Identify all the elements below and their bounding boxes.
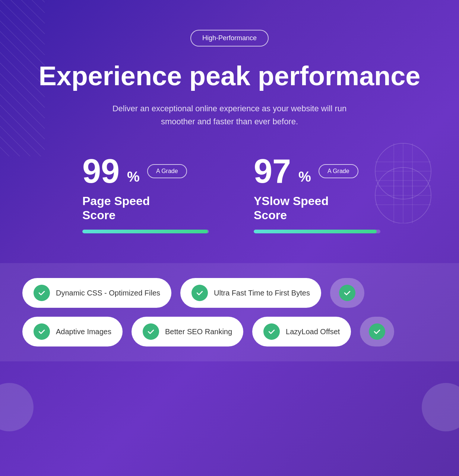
ultra-fast-check-icon	[191, 285, 208, 301]
adaptive-images-check-icon	[34, 323, 50, 340]
page-speed-percent: %	[127, 169, 140, 185]
page-speed-block: 99 % A Grade Page SpeedScore	[82, 154, 209, 234]
yslow-speed-percent: %	[298, 169, 311, 185]
ultra-fast-label: Ultra Fast Time to First Bytes	[214, 289, 310, 297]
yslow-speed-progress-fill	[254, 230, 377, 233]
lazyload-label: LazyLoad Offset	[286, 328, 340, 336]
yslow-speed-block: 97 % A Grade YSlow SpeedScore	[254, 154, 380, 234]
page-speed-progress-bar	[82, 230, 209, 233]
feature-dynamic-css: Dynamic CSS - Optimized Files	[22, 278, 171, 308]
adaptive-images-label: Adaptive Images	[56, 328, 111, 336]
circle-left-decoration	[0, 383, 34, 431]
dynamic-css-label: Dynamic CSS - Optimized Files	[56, 289, 160, 297]
yslow-speed-number: 97	[254, 154, 291, 188]
checkmark-icon	[373, 328, 381, 336]
feature-adaptive-images: Adaptive Images	[22, 317, 123, 346]
yslow-speed-top: 97 % A Grade	[254, 154, 358, 188]
partial-card-right-1	[330, 278, 364, 308]
checkmark-icon	[196, 289, 204, 297]
page-speed-label: Page SpeedScore	[82, 194, 150, 223]
yslow-speed-progress-bar	[254, 230, 380, 233]
high-performance-badge: High-Performance	[190, 30, 269, 47]
page-speed-number: 99	[82, 154, 120, 188]
partial-card-right-2	[360, 317, 394, 346]
partial-check-icon-2	[369, 323, 385, 340]
features-row-2: Adaptive Images Better SEO Ranking LazyL…	[22, 317, 437, 346]
subtitle: Deliver an exceptional online experience…	[99, 102, 360, 128]
checkmark-icon	[343, 289, 351, 297]
scores-section: 99 % A Grade Page SpeedScore 97 % A Grad…	[53, 154, 406, 234]
checkmark-icon	[38, 289, 46, 297]
better-seo-label: Better SEO Ranking	[165, 328, 232, 336]
checkmark-icon	[147, 328, 155, 336]
better-seo-check-icon	[143, 323, 159, 340]
checkmark-icon	[268, 328, 276, 336]
circle-right-decoration	[422, 383, 459, 431]
lazyload-check-icon	[263, 323, 280, 340]
yslow-speed-grade: A Grade	[319, 164, 358, 178]
features-row-1: Dynamic CSS - Optimized Files Ultra Fast…	[22, 278, 437, 308]
main-heading: Experience peak performance	[39, 61, 421, 91]
feature-ultra-fast: Ultra Fast Time to First Bytes	[180, 278, 321, 308]
checkmark-icon	[38, 328, 46, 336]
dynamic-css-check-icon	[34, 285, 50, 301]
yslow-speed-label: YSlow SpeedScore	[254, 194, 329, 223]
features-section: Dynamic CSS - Optimized Files Ultra Fast…	[0, 263, 459, 361]
feature-better-seo: Better SEO Ranking	[132, 317, 243, 346]
page-speed-progress-fill	[82, 230, 208, 233]
page-speed-top: 99 % A Grade	[82, 154, 187, 188]
partial-check-icon-1	[339, 285, 355, 301]
feature-lazyload: LazyLoad Offset	[252, 317, 351, 346]
page-speed-grade: A Grade	[147, 164, 187, 178]
